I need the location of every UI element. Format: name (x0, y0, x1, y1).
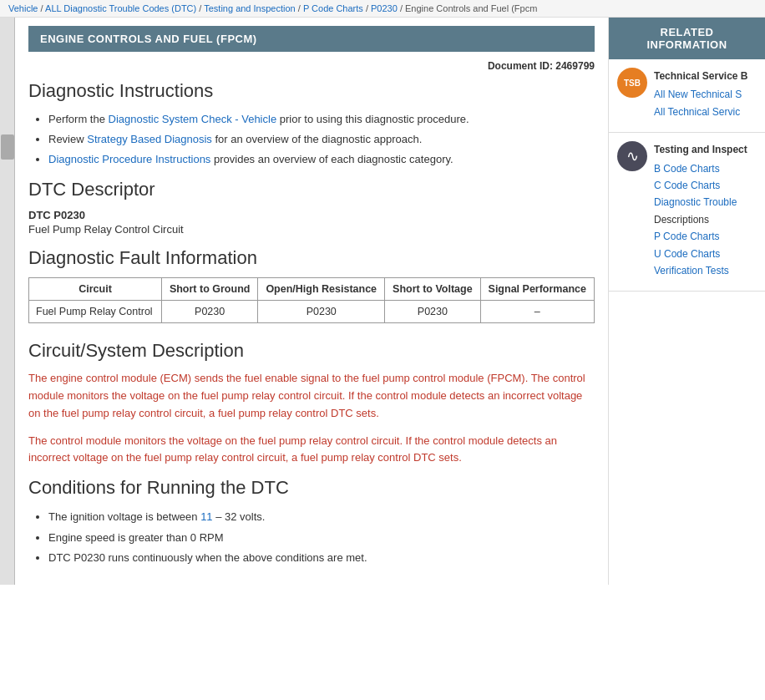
tsb-icon: TSB (617, 68, 647, 98)
diagnostic-instructions-heading: Diagnostic Instructions (28, 80, 595, 102)
diagnostic-procedure-link[interactable]: Diagnostic Procedure Instructions (48, 153, 210, 165)
fault-info-heading: Diagnostic Fault Information (28, 247, 595, 269)
col-open-high: Open/High Resistance (258, 278, 385, 301)
descriptions-text: Descriptions (654, 211, 747, 228)
main-content: ENGINE CONTROLS AND FUEL (FPCM) Document… (15, 18, 608, 585)
page-header: ENGINE CONTROLS AND FUEL (FPCM) (28, 26, 595, 52)
b-code-charts-link[interactable]: B Code Charts (654, 160, 747, 177)
col-short-voltage: Short to Voltage (385, 278, 480, 301)
diagnostic-instructions-list: Perform the Diagnostic System Check - Ve… (28, 110, 595, 169)
diagnostic-system-check-link[interactable]: Diagnostic System Check - Vehicle (109, 113, 277, 125)
cell-signal: – (480, 301, 594, 323)
col-short-ground: Short to Ground (162, 278, 258, 301)
sidebar-testing-row: ∿ Testing and Inspect B Code Charts C Co… (617, 141, 757, 279)
u-code-charts-link[interactable]: U Code Charts (654, 246, 747, 262)
sidebar-tsb-links: Technical Service B All New Technical S … (654, 68, 748, 120)
list-item: Engine speed is greater than 0 RPM (48, 528, 595, 547)
all-new-technical-link[interactable]: All New Technical S (654, 86, 748, 103)
breadcrumb-pcode[interactable]: P Code Charts (303, 3, 363, 13)
dtc-description: Fuel Pump Relay Control Circuit (28, 223, 595, 236)
dtc-descriptor-heading: DTC Descriptor (28, 179, 595, 200)
col-circuit: Circuit (29, 278, 162, 301)
breadcrumb-current: Engine Controls and Fuel (Fpcm (405, 3, 537, 13)
breadcrumb: Vehicle / ALL Diagnostic Trouble Codes (… (0, 0, 765, 18)
cell-short-voltage: P0230 (385, 301, 480, 323)
strategy-based-link[interactable]: Strategy Based Diagnosis (87, 133, 212, 145)
sidebar-tsb-row: TSB Technical Service B All New Technica… (617, 68, 757, 120)
fault-table: Circuit Short to Ground Open/High Resist… (28, 277, 595, 323)
dtc-code: DTC P0230 (28, 209, 595, 221)
voltage-link[interactable]: 11 (200, 510, 212, 523)
testing-group-title: Testing and Inspect (654, 141, 747, 158)
c-code-charts-link[interactable]: C Code Charts (654, 177, 747, 194)
cell-open-high: P0230 (258, 301, 385, 323)
circuit-desc-para-2: The control module monitors the voltage … (28, 433, 595, 468)
conditions-heading: Conditions for Running the DTC (28, 477, 595, 499)
page-layout: ENGINE CONTROLS AND FUEL (FPCM) Document… (0, 18, 765, 585)
sidebar: RELATED INFORMATION TSB Technical Servic… (608, 18, 765, 585)
document-id: Document ID: 2469799 (28, 60, 595, 72)
list-item: DTC P0230 runs continuously when the abo… (48, 548, 595, 567)
scroll-thumb[interactable] (1, 134, 14, 160)
breadcrumb-vehicle[interactable]: Vehicle (8, 3, 38, 13)
breadcrumb-p0230[interactable]: P0230 (371, 3, 398, 13)
testing-icon: ∿ (617, 141, 647, 171)
diagnostic-trouble-link[interactable]: Diagnostic Trouble (654, 194, 747, 211)
sidebar-tsb-section: TSB Technical Service B All New Technica… (609, 59, 765, 133)
sidebar-testing-links: Testing and Inspect B Code Charts C Code… (654, 141, 747, 279)
tsb-group-title: Technical Service B (654, 68, 748, 84)
circuit-desc-para-1: The engine control module (ECM) sends th… (28, 370, 595, 422)
circuit-desc-heading: Circuit/System Description (28, 340, 595, 362)
cell-short-ground: P0230 (162, 301, 258, 323)
col-signal: Signal Performance (480, 278, 594, 301)
conditions-list: The ignition voltage is between 11 – 32 … (28, 507, 595, 567)
list-item: Review Strategy Based Diagnosis for an o… (48, 130, 595, 149)
breadcrumb-testing[interactable]: Testing and Inspection (204, 3, 295, 13)
list-item: The ignition voltage is between 11 – 32 … (48, 507, 595, 526)
p-code-charts-link[interactable]: P Code Charts (654, 228, 747, 245)
all-technical-service-link[interactable]: All Technical Servic (654, 104, 748, 120)
sidebar-header: RELATED INFORMATION (609, 18, 765, 59)
list-item: Diagnostic Procedure Instructions provid… (48, 150, 595, 169)
sidebar-testing-section: ∿ Testing and Inspect B Code Charts C Co… (609, 133, 765, 292)
table-row: Fuel Pump Relay Control P0230 P0230 P023… (29, 301, 595, 323)
breadcrumb-dtc[interactable]: ALL Diagnostic Trouble Codes (DTC) (45, 3, 196, 13)
cell-circuit: Fuel Pump Relay Control (29, 301, 162, 323)
scroll-area[interactable] (0, 18, 15, 585)
list-item: Perform the Diagnostic System Check - Ve… (48, 110, 595, 129)
verification-tests-link[interactable]: Verification Tests (654, 262, 747, 279)
